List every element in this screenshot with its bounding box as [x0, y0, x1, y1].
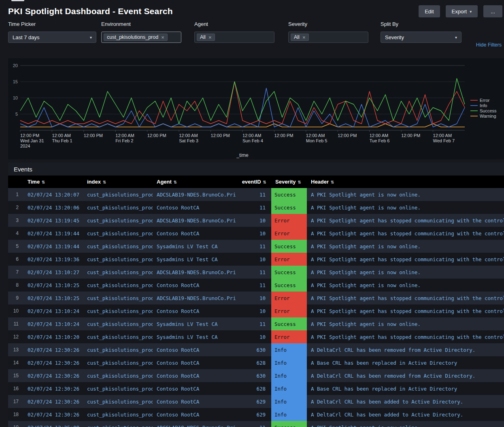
cell-header[interactable]: A PKI Spotlight agent is now online. [307, 266, 504, 279]
cell-index[interactable]: cust_pkisolutions_prod [83, 227, 153, 240]
cell-eventid[interactable]: 629 [238, 395, 271, 408]
cell-severity[interactable]: Info [271, 343, 307, 356]
legend-label-warning[interactable]: Warning [480, 114, 496, 118]
cell-eventid[interactable]: 628 [238, 382, 271, 395]
cell-severity[interactable]: Info [271, 356, 307, 369]
cell-eventid[interactable]: 629 [238, 408, 271, 421]
timechart-svg[interactable]: 510152012:00 PMWed Jan 31202412:00 AMThu… [8, 61, 504, 159]
series-line-error[interactable] [20, 82, 465, 124]
cell-header[interactable]: A PKI Spotlight agent is now online. [307, 421, 504, 427]
cell-eventid[interactable]: 10 [238, 292, 271, 304]
cell-index[interactable]: cust_pkisolutions_prod [83, 343, 153, 356]
cell-time[interactable]: 02/07/24 12:30:26 [23, 356, 83, 369]
cell-time[interactable]: 02/07/24 13:10:25 [23, 292, 83, 304]
cell-time[interactable]: 02/07/24 13:10:20 [23, 330, 83, 343]
cell-header[interactable]: A Base CRL has been replaced in Active D… [307, 382, 504, 395]
severity-input[interactable]: All × [288, 32, 368, 43]
cell-index[interactable]: cust_pkisolutions_prod [83, 395, 153, 408]
column-header-time[interactable]: Time⇅ [23, 175, 83, 188]
cell-eventid[interactable]: 628 [238, 356, 271, 369]
cell-severity[interactable]: Error [271, 330, 307, 343]
sort-icon[interactable]: ⇅ [298, 180, 301, 184]
cell-eventid[interactable]: 11 [238, 421, 271, 427]
cell-header[interactable]: A DeltaCrl CRL has been added to Active … [307, 408, 504, 421]
cell-header[interactable]: A DeltaCrl CRL has been removed from Act… [307, 369, 504, 382]
sort-icon[interactable]: ⇅ [263, 180, 266, 184]
cell-severity[interactable]: Info [271, 408, 307, 421]
cell-agent[interactable]: ADCSLAB19-NDES.BrunoCo.Pri [153, 421, 238, 427]
cell-agent[interactable]: Contoso RootCA [153, 227, 238, 240]
cell-severity[interactable]: Success [271, 266, 307, 279]
cell-index[interactable]: cust_pkisolutions_prod [83, 330, 153, 343]
cell-time[interactable]: 02/07/24 12:30:26 [23, 395, 83, 408]
cell-agent[interactable]: Contoso RootCA [153, 343, 238, 356]
cell-index[interactable]: cust_pkisolutions_prod [83, 369, 153, 382]
cell-header[interactable]: A PKI Spotlight agent is now online. [307, 317, 504, 330]
column-header-agent[interactable]: Agent⇅ [153, 175, 238, 188]
cell-index[interactable]: cust_pkisolutions_prod [83, 317, 153, 330]
cell-eventid[interactable]: 10 [238, 214, 271, 227]
cell-index[interactable]: cust_pkisolutions_prod [83, 266, 153, 279]
cell-agent[interactable]: Contoso RootCA [153, 356, 238, 369]
cell-time[interactable]: 02/07/24 13:20:07 [23, 188, 83, 201]
cell-eventid[interactable]: 11 [238, 240, 271, 253]
cell-index[interactable]: cust_pkisolutions_prod [83, 304, 153, 317]
cell-header[interactable]: A Base CRL has been replaced in Active D… [307, 356, 504, 369]
cell-eventid[interactable]: 630 [238, 369, 271, 382]
cell-index[interactable]: cust_pkisolutions_prod [83, 408, 153, 421]
series-line-success[interactable] [20, 78, 465, 124]
series-line-warning[interactable] [20, 124, 465, 127]
cell-severity[interactable]: Success [271, 188, 307, 201]
cell-severity[interactable]: Error [271, 292, 307, 304]
series-line-info[interactable] [20, 88, 465, 127]
cell-header[interactable]: A PKI Spotlight agent has stopped commun… [307, 330, 504, 343]
cell-time[interactable]: 02/07/24 12:30:26 [23, 343, 83, 356]
hide-filters-link[interactable]: Hide Filters [476, 42, 502, 48]
cell-agent[interactable]: Contoso RootCA [153, 408, 238, 421]
cell-severity[interactable]: Error [271, 214, 307, 227]
column-header-header[interactable]: Header⇅ [307, 175, 504, 188]
cell-header[interactable]: A PKI Spotlight agent has stopped commun… [307, 253, 504, 266]
cell-agent[interactable]: Sysadmins LV Test CA [153, 317, 238, 330]
cell-header[interactable]: A PKI Spotlight agent has stopped commun… [307, 304, 504, 317]
cell-agent[interactable]: Sysadmins LV Test CA [153, 330, 238, 343]
remove-tag-icon[interactable]: × [208, 35, 212, 40]
cell-time[interactable]: 02/07/24 13:20:06 [23, 201, 83, 214]
cell-severity[interactable]: Info [271, 395, 307, 408]
cell-eventid[interactable]: 11 [238, 201, 271, 214]
sort-icon[interactable]: ⇅ [174, 180, 177, 184]
cell-agent[interactable]: Contoso RootCA [153, 382, 238, 395]
cell-header[interactable]: A PKI Spotlight agent is now online. [307, 240, 504, 253]
cell-agent[interactable]: Contoso RootCA [153, 304, 238, 317]
legend-label-info[interactable]: Info [480, 103, 487, 108]
cell-index[interactable]: cust_pkisolutions_prod [83, 421, 153, 427]
cell-header[interactable]: A PKI Spotlight agent has stopped commun… [307, 214, 504, 227]
events-timechart-panel[interactable]: 510152012:00 PMWed Jan 31202412:00 AMThu… [8, 58, 504, 159]
cell-agent[interactable]: Contoso RootCA [153, 395, 238, 408]
cell-severity[interactable]: Info [271, 369, 307, 382]
cell-severity[interactable]: Success [271, 279, 307, 292]
cell-eventid[interactable]: 10 [238, 304, 271, 317]
cell-agent[interactable]: Sysadmins LV Test CA [153, 240, 238, 253]
sort-icon[interactable]: ⇅ [42, 180, 45, 184]
remove-tag-icon[interactable]: × [302, 35, 306, 40]
cell-agent[interactable]: ADCSLAB19-NDES.BrunoCo.Pri [153, 292, 238, 304]
column-header-index[interactable]: index⇅ [83, 175, 153, 188]
cell-eventid[interactable]: 630 [238, 343, 271, 356]
split-by-dropdown[interactable]: Severity ▾ [381, 32, 461, 43]
cell-severity[interactable]: Error [271, 227, 307, 240]
cell-index[interactable]: cust_pkisolutions_prod [83, 253, 153, 266]
cell-time[interactable]: 02/07/24 13:19:45 [23, 214, 83, 227]
cell-agent[interactable]: Sysadmins LV Test CA [153, 253, 238, 266]
cell-time[interactable]: 02/07/24 13:19:44 [23, 227, 83, 240]
cell-severity[interactable]: Info [271, 382, 307, 395]
cell-time[interactable]: 02/07/24 13:10:24 [23, 304, 83, 317]
cell-agent[interactable]: ADCSLAB19-NDES.BrunoCo.Pri [153, 188, 238, 201]
cell-time[interactable]: 02/07/24 13:19:44 [23, 240, 83, 253]
cell-eventid[interactable]: 11 [238, 266, 271, 279]
time-picker-dropdown[interactable]: Last 7 days ▾ [8, 32, 96, 43]
cell-time[interactable]: 02/07/24 13:10:27 [23, 266, 83, 279]
cell-eventid[interactable]: 10 [238, 253, 271, 266]
sort-icon[interactable]: ⇅ [331, 180, 334, 184]
more-options-button[interactable]: ... [483, 5, 502, 17]
